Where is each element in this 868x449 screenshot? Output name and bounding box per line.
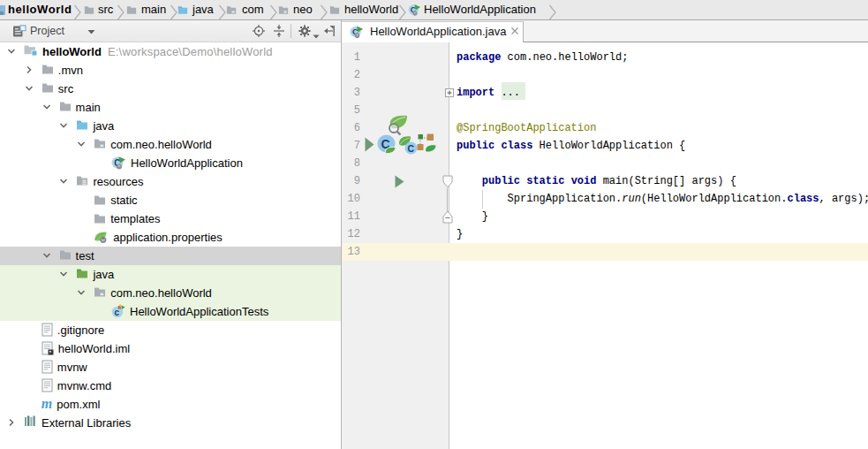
svg-text:C: C [408,143,415,154]
